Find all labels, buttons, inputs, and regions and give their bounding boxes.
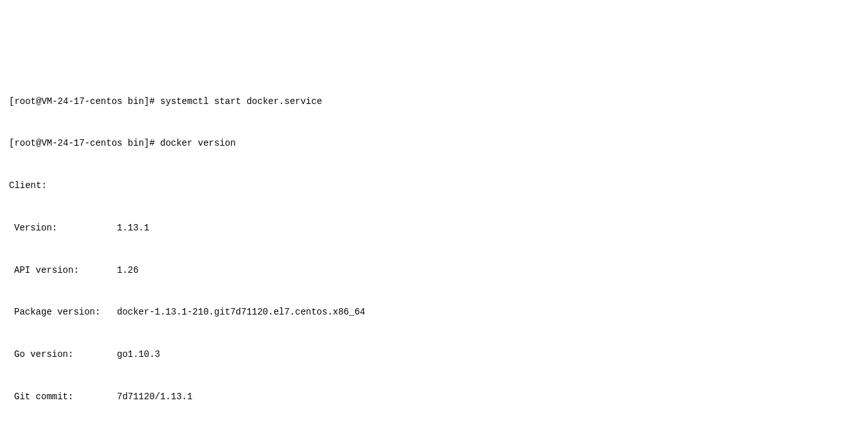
kv-key: API version: [9,260,117,281]
shell-prompt: [root@VM-24-17-centos bin]# [9,96,160,107]
kv-value: 1.26 [117,260,139,281]
client-package-version-row: Package version:docker-1.13.1-210.git7d7… [9,302,859,323]
kv-value: 7d71120/1.13.1 [117,386,193,408]
client-go-version-row: Go version:go1.10.3 [9,344,859,365]
terminal-line-cmd1: [root@VM-24-17-centos bin]# systemctl st… [9,91,859,112]
kv-value: 1.13.1 [117,218,149,239]
shell-command: systemctl start docker.service [160,96,322,107]
terminal-line-cmd2: [root@VM-24-17-centos bin]# docker versi… [9,133,859,154]
client-section-header: Client: [9,175,859,196]
kv-key: Git commit: [9,386,117,408]
kv-key: Package version: [9,302,117,323]
client-version-row: Version:1.13.1 [9,218,859,239]
kv-key: Version: [9,218,117,239]
kv-value: go1.10.3 [117,344,160,365]
kv-key: Go version: [9,344,117,365]
client-api-version-row: API version:1.26 [9,260,859,281]
shell-prompt: [root@VM-24-17-centos bin]# [9,138,160,148]
kv-value: docker-1.13.1-210.git7d71120.el7.centos.… [117,302,365,323]
client-git-commit-row: Git commit:7d71120/1.13.1 [9,386,859,408]
shell-command: docker version [160,138,236,148]
